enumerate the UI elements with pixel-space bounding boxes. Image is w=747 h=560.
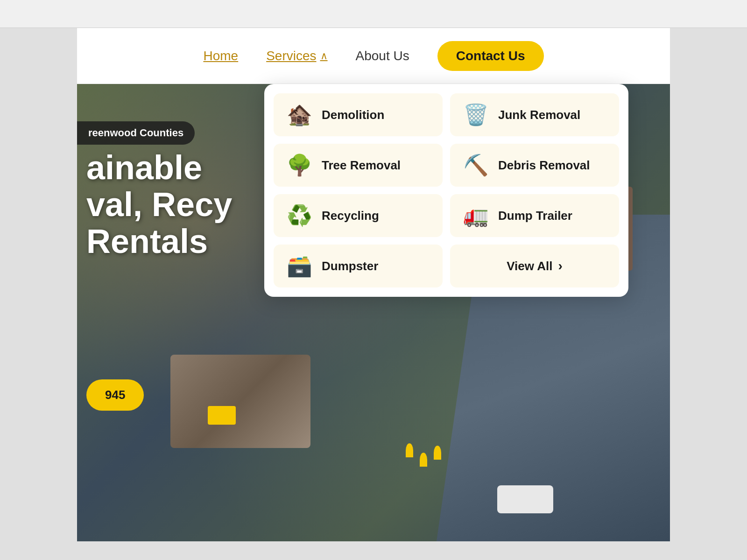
hero-line-1: ainable <box>86 149 232 186</box>
navbar: Home Services ∧ About Us Contact Us <box>77 28 670 84</box>
vehicle-1 <box>497 485 553 513</box>
junk-removal-label: Junk Removal <box>498 108 580 122</box>
tree-removal-label: Tree Removal <box>322 158 401 173</box>
menu-item-recycling[interactable]: ♻️ Recycling <box>274 194 443 237</box>
dumpster-icon: 🗃️ <box>287 256 312 276</box>
hero-line-2: val, Recy <box>86 186 232 223</box>
location-text: reenwood Counties <box>88 127 183 139</box>
hero-text-block: ainable val, Recy Rentals <box>86 149 232 260</box>
phone-button[interactable]: 945 <box>86 379 144 411</box>
junk-removal-icon: 🗑️ <box>463 105 489 125</box>
debris-area <box>170 355 310 448</box>
dump-trailer-label: Dump Trailer <box>498 209 572 223</box>
view-all-label: View All <box>507 259 552 273</box>
contact-button[interactable]: Contact Us <box>437 41 544 71</box>
menu-item-dump-trailer[interactable]: 🚛 Dump Trailer <box>450 194 619 237</box>
recycling-icon: ♻️ <box>287 205 312 226</box>
menu-item-junk-removal[interactable]: 🗑️ Junk Removal <box>450 93 619 136</box>
menu-item-debris-removal[interactable]: ⛏️ Debris Removal <box>450 144 619 187</box>
location-badge: reenwood Counties <box>77 121 195 145</box>
debris-removal-label: Debris Removal <box>498 158 590 173</box>
demolition-icon: 🏚️ <box>287 105 312 125</box>
menu-item-demolition[interactable]: 🏚️ Demolition <box>274 93 443 136</box>
menu-item-view-all[interactable]: View All › <box>450 245 619 287</box>
menu-item-tree-removal[interactable]: 🌳 Tree Removal <box>274 144 443 187</box>
browser-chrome <box>0 0 747 28</box>
recycling-label: Recycling <box>322 209 379 223</box>
tree-removal-icon: 🌳 <box>287 155 312 175</box>
services-label: Services <box>266 49 316 63</box>
dumpster-label: Dumpster <box>322 259 378 273</box>
debris-removal-icon: ⛏️ <box>463 155 489 175</box>
nav-home[interactable]: Home <box>203 49 238 63</box>
dump-trailer-icon: 🚛 <box>463 205 489 226</box>
worker-3 <box>434 446 441 460</box>
chevron-up-icon: ∧ <box>320 50 328 62</box>
equipment-1 <box>208 406 236 425</box>
menu-item-dumpster[interactable]: 🗃️ Dumpster <box>274 245 443 287</box>
demolition-label: Demolition <box>322 108 384 122</box>
nav-about[interactable]: About Us <box>356 49 409 63</box>
nav-services-dropdown[interactable]: Services ∧ <box>266 49 327 63</box>
hero-line-3: Rentals <box>86 223 232 260</box>
phone-number: 945 <box>105 388 125 402</box>
worker-1 <box>406 443 413 457</box>
chevron-right-icon: › <box>558 259 562 273</box>
services-dropdown-menu: 🏚️ Demolition 🗑️ Junk Removal 🌳 Tree Rem… <box>264 84 628 297</box>
website-container: Home Services ∧ About Us Contact Us <box>77 28 670 541</box>
worker-2 <box>420 453 427 467</box>
